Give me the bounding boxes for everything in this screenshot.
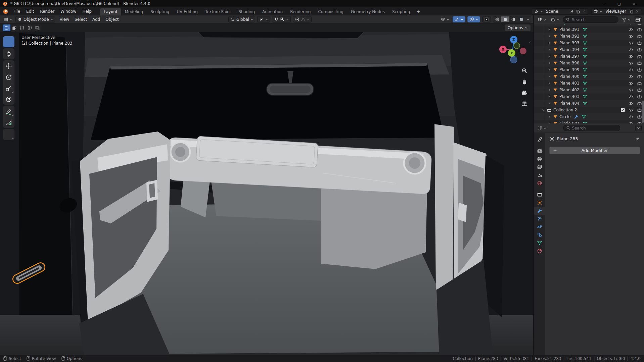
workspace-tab-shading[interactable]: Shading: [235, 8, 259, 15]
workspace-tab-rendering[interactable]: Rendering: [286, 8, 314, 15]
workspace-tab-sculpting[interactable]: Sculpting: [147, 8, 173, 15]
menu-help[interactable]: Help: [79, 8, 94, 15]
tool-annotate-button[interactable]: [3, 106, 14, 117]
outliner-search[interactable]: [563, 16, 618, 23]
viewport-menu-view[interactable]: View: [57, 16, 72, 22]
pan-button[interactable]: [520, 77, 529, 86]
properties-editor-type-button[interactable]: [536, 125, 548, 131]
outliner-search-input[interactable]: [572, 17, 615, 22]
maximize-button[interactable]: ▢: [612, 0, 627, 7]
properties-tab-world[interactable]: [534, 179, 545, 187]
copy-icon[interactable]: [629, 9, 634, 14]
properties-tab-object[interactable]: [534, 199, 545, 207]
workspace-tab-compositing[interactable]: Compositing: [314, 8, 347, 15]
navigation-gizmo[interactable]: Z X Y: [498, 34, 528, 65]
copy-icon[interactable]: [576, 9, 580, 14]
filter-id-type-button[interactable]: [549, 16, 561, 23]
menu-render[interactable]: Render: [37, 8, 57, 15]
select-mode-extend[interactable]: [10, 24, 18, 31]
ortho-toggle-button[interactable]: [520, 100, 529, 108]
workspace-tab-animation[interactable]: Animation: [259, 8, 286, 15]
editor-type-button[interactable]: [2, 16, 13, 22]
outliner-row-plane-403[interactable]: Plane.403: [534, 93, 644, 100]
sidebar-collapse-arrow[interactable]: ‹: [529, 40, 531, 45]
tool-transform-button[interactable]: [3, 94, 14, 105]
axis-neg-x[interactable]: [520, 48, 526, 54]
properties-search-input[interactable]: [572, 126, 617, 131]
outliner-row-plane-401[interactable]: Plane.401: [534, 80, 644, 87]
options-button[interactable]: Options: [505, 24, 531, 31]
outliner-row-plane-402[interactable]: Plane.402: [534, 87, 644, 93]
display-mode-button[interactable]: [536, 16, 547, 23]
scene-selector[interactable]: Scene: [532, 8, 588, 15]
pivot-point-selector[interactable]: [257, 16, 270, 22]
pin-icon[interactable]: [570, 9, 574, 14]
viewport-menu-select[interactable]: Select: [72, 16, 90, 22]
3d-viewport[interactable]: Object Mode ViewSelectAddObject Global: [0, 15, 533, 355]
shading-material-button[interactable]: [509, 16, 517, 22]
workspace-tab-layout[interactable]: Layout: [100, 8, 121, 15]
properties-tab-render[interactable]: [534, 147, 545, 155]
properties-tab-scene[interactable]: [534, 171, 545, 179]
workspace-tab-uv-editing[interactable]: UV Editing: [173, 8, 201, 15]
select-mode-subtract[interactable]: [18, 24, 26, 31]
properties-tab-tool[interactable]: [534, 136, 545, 144]
outliner-row-plane-400[interactable]: Plane.400: [534, 73, 644, 80]
viewport-menu-add[interactable]: Add: [90, 16, 103, 22]
properties-tab-material[interactable]: [534, 247, 545, 255]
minimize-button[interactable]: ─: [597, 0, 612, 7]
close-icon[interactable]: [582, 9, 586, 13]
tool-rotate-button[interactable]: [3, 71, 14, 83]
select-mode-invert[interactable]: [26, 24, 34, 31]
tool-move-button[interactable]: [3, 60, 14, 71]
close-icon[interactable]: [635, 9, 639, 13]
properties-options-dropdown[interactable]: [635, 125, 642, 131]
view-layer-selector[interactable]: ViewLayer: [591, 8, 641, 15]
close-button[interactable]: ✕: [627, 0, 641, 7]
outliner-scrollbar[interactable]: [642, 101, 644, 123]
workspace-tab-geometry-nodes[interactable]: Geometry Nodes: [347, 8, 388, 15]
workspace-tab-scripting[interactable]: Scripting: [388, 8, 414, 15]
properties-tab-output[interactable]: [534, 155, 545, 163]
add-modifier-button[interactable]: Add Modifier: [549, 147, 640, 154]
zoom-button[interactable]: [520, 66, 529, 75]
properties-tab-collection[interactable]: [534, 191, 545, 199]
axis-neg-y[interactable]: [514, 43, 520, 49]
outliner-row-circle[interactable]: Circle: [534, 113, 644, 120]
outliner-row-circle-001[interactable]: Circle.001: [534, 120, 644, 123]
properties-tab-view-layer[interactable]: [534, 163, 545, 171]
menu-file[interactable]: File: [10, 8, 23, 15]
tool-scale-button[interactable]: [3, 83, 14, 94]
transform-orientation[interactable]: Global: [228, 16, 255, 22]
menu-window[interactable]: Window: [57, 8, 79, 15]
pin-icon[interactable]: [635, 137, 640, 141]
menu-edit[interactable]: Edit: [23, 8, 37, 15]
shading-options-dropdown[interactable]: [525, 16, 531, 22]
camera-view-button[interactable]: [520, 89, 529, 97]
axis-neg-z[interactable]: [510, 56, 517, 63]
select-mode-intersect[interactable]: [34, 24, 41, 31]
workspace-tab-modeling[interactable]: Modeling: [121, 8, 147, 15]
properties-tab-modifiers[interactable]: [534, 207, 545, 215]
outliner-row-plane-392[interactable]: Plane.392: [534, 33, 644, 40]
add-workspace-button[interactable]: +: [414, 8, 423, 15]
snapping-controls[interactable]: [272, 16, 291, 22]
outliner-row-collection-2[interactable]: Collection 2: [534, 107, 644, 113]
tool-cursor-button[interactable]: [3, 48, 14, 59]
shading-solid-button[interactable]: [501, 16, 509, 22]
tool-select-box-button[interactable]: [3, 36, 14, 47]
outliner-filter-button[interactable]: [620, 16, 632, 23]
viewport-menu-object[interactable]: Object: [103, 16, 121, 22]
outliner-row-plane-397[interactable]: Plane.397: [534, 53, 644, 60]
properties-tab-constraints[interactable]: [534, 231, 545, 239]
shading-wireframe-button[interactable]: [493, 16, 501, 22]
outliner-row-plane-391[interactable]: Plane.391: [534, 26, 644, 33]
tool-measure-button[interactable]: [3, 117, 14, 128]
workspace-tab-texture-paint[interactable]: Texture Paint: [201, 8, 235, 15]
new-collection-button[interactable]: [634, 16, 642, 23]
xray-toggle[interactable]: [482, 16, 491, 22]
select-mode-set[interactable]: [3, 24, 10, 31]
mode-selector[interactable]: Object Mode: [15, 16, 55, 22]
outliner-row-plane-399[interactable]: Plane.399: [534, 66, 644, 73]
show-object-types[interactable]: [439, 16, 451, 22]
